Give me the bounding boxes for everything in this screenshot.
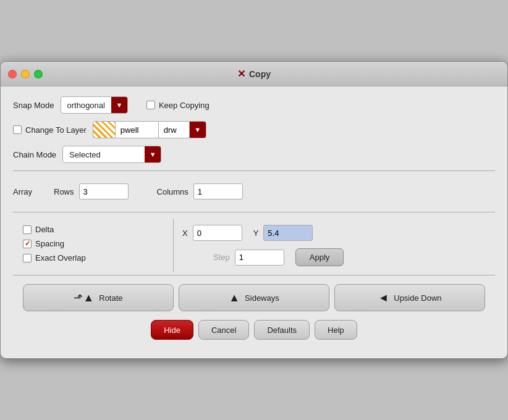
spacing-label: Spacing xyxy=(35,239,64,248)
hide-button[interactable]: Hide xyxy=(151,320,193,340)
divider-2 xyxy=(13,212,495,212)
keep-copying-group: Keep Copying xyxy=(146,101,210,110)
y-label: Y xyxy=(253,229,259,238)
exact-overlap-label: Exact Overlap xyxy=(35,253,86,262)
close-button[interactable] xyxy=(8,70,17,78)
action-buttons: Hide Cancel Defaults Help xyxy=(13,315,495,348)
columns-group: Columns xyxy=(157,183,243,200)
change-layer-group: Change To Layer xyxy=(13,125,87,135)
defaults-button[interactable]: Defaults xyxy=(254,320,310,340)
upside-down-label: Upside Down xyxy=(394,293,441,303)
keep-copying-label: Keep Copying xyxy=(159,101,210,110)
array-label: Array xyxy=(13,187,44,196)
rows-label: Rows xyxy=(54,187,74,196)
right-panel: X Y Step Apply xyxy=(174,219,495,272)
delta-checkbox[interactable] xyxy=(23,225,32,234)
y-input[interactable] xyxy=(263,225,313,241)
title-bar: ✕ Copy xyxy=(1,62,507,86)
spacing-checkbox[interactable] xyxy=(23,240,32,248)
x-label: X xyxy=(182,229,188,238)
title-text: Copy xyxy=(249,69,271,79)
rows-input[interactable] xyxy=(79,183,129,200)
traffic-lights xyxy=(8,70,43,78)
columns-input[interactable] xyxy=(193,183,243,200)
keep-copying-checkbox[interactable] xyxy=(146,101,155,109)
columns-label: Columns xyxy=(157,187,188,196)
apply-button[interactable]: Apply xyxy=(295,248,344,266)
x-input[interactable] xyxy=(193,225,242,241)
help-button[interactable]: Help xyxy=(315,320,357,340)
rotate-button[interactable]: ⬏▲ Rotate xyxy=(23,284,174,311)
dialog-content: Snap Mode orthogonal ▼ Keep Copying Chan… xyxy=(1,86,507,358)
exact-overlap-group: Exact Overlap xyxy=(13,253,173,262)
change-layer-row: Change To Layer pwell drw ▼ xyxy=(13,121,495,138)
change-layer-label: Change To Layer xyxy=(25,125,87,135)
chain-mode-label: Chain Mode xyxy=(13,150,56,159)
snap-mode-value: orthogonal xyxy=(61,101,111,110)
divider-1 xyxy=(13,170,495,171)
layer-pattern xyxy=(93,121,116,138)
transform-buttons: ⬏▲ Rotate ▲ Sideways ◄ Upside Down xyxy=(13,278,495,315)
step-input[interactable] xyxy=(235,250,284,266)
upside-down-button[interactable]: ◄ Upside Down xyxy=(334,284,485,311)
left-panel: Delta Spacing Exact Overlap xyxy=(13,219,174,272)
sideways-label: Sideways xyxy=(245,293,279,303)
rotate-label: Rotate xyxy=(99,293,122,303)
chain-mode-arrow[interactable]: ▼ xyxy=(145,146,161,163)
sideways-icon: ▲ xyxy=(229,292,240,304)
layer-selector[interactable]: pwell drw ▼ xyxy=(93,121,206,138)
window-title: ✕ Copy xyxy=(237,68,271,80)
chain-mode-value: Selected xyxy=(63,150,145,159)
coord-row: X Y xyxy=(182,225,486,241)
layer-arrow[interactable]: ▼ xyxy=(190,121,206,138)
title-icon: ✕ xyxy=(237,68,245,80)
snap-mode-row: Snap Mode orthogonal ▼ Keep Copying xyxy=(13,96,495,114)
minimize-button[interactable] xyxy=(21,70,30,78)
cancel-button[interactable]: Cancel xyxy=(198,320,249,340)
step-row: Step Apply xyxy=(182,248,486,266)
sideways-button[interactable]: ▲ Sideways xyxy=(179,284,329,311)
copy-dialog: ✕ Copy Snap Mode orthogonal ▼ Keep Copyi… xyxy=(0,61,508,359)
rows-group: Rows xyxy=(54,183,129,200)
exact-overlap-checkbox[interactable] xyxy=(23,254,32,262)
delta-group: Delta xyxy=(13,225,173,234)
chain-mode-row: Chain Mode Selected ▼ xyxy=(13,146,495,163)
array-section: Array Rows Columns xyxy=(13,177,495,206)
upside-down-icon: ◄ xyxy=(378,292,389,304)
layer-name: pwell xyxy=(116,121,159,138)
snap-mode-arrow[interactable]: ▼ xyxy=(111,96,127,114)
rotate-icon: ⬏▲ xyxy=(74,291,94,304)
change-layer-checkbox[interactable] xyxy=(13,125,22,134)
snap-mode-dropdown[interactable]: orthogonal ▼ xyxy=(61,96,128,114)
layer-type: drw xyxy=(159,121,190,138)
maximize-button[interactable] xyxy=(34,70,43,78)
spacing-group: Spacing xyxy=(13,239,173,248)
chain-mode-dropdown[interactable]: Selected ▼ xyxy=(62,146,161,163)
bottom-section: Delta Spacing Exact Overlap X Y xyxy=(13,219,495,272)
divider-3 xyxy=(13,275,495,275)
snap-mode-label: Snap Mode xyxy=(13,101,54,110)
delta-label: Delta xyxy=(35,225,54,234)
step-label: Step xyxy=(213,253,230,262)
